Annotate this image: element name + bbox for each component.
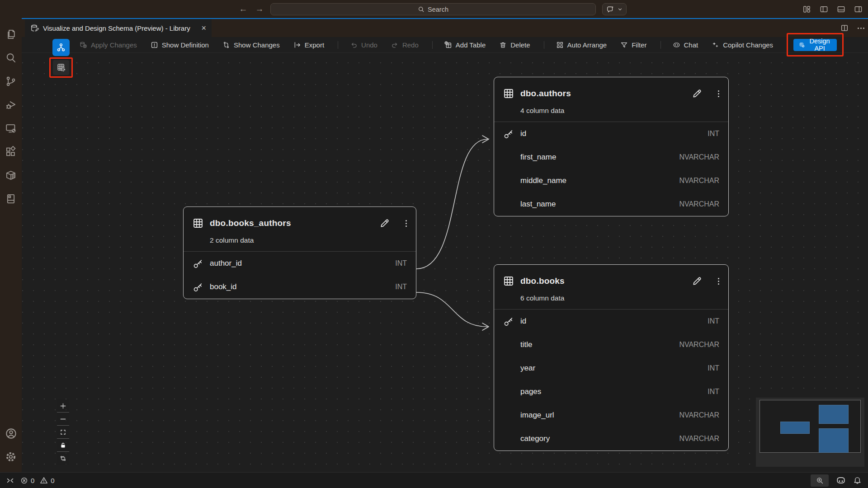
redo-icon (391, 41, 399, 49)
toggle-secondary-sidebar-icon[interactable] (854, 5, 863, 14)
no-key-placeholder (503, 410, 514, 420)
toolbar-item-label: Copilot Changes (723, 41, 773, 49)
edit-table-pencil-icon[interactable] (379, 218, 390, 229)
tab-close-icon[interactable]: × (201, 24, 206, 32)
split-editor-icon[interactable] (840, 24, 849, 32)
apply-changes-icon (80, 41, 87, 49)
edit-table-pencil-icon[interactable] (692, 276, 703, 286)
column-type: INT (708, 388, 719, 396)
source-control-icon[interactable] (0, 70, 22, 93)
table-menu-kebab-icon[interactable] (718, 278, 719, 285)
table-name: dbo.authors (520, 89, 571, 99)
column-row[interactable]: author_id INT (184, 252, 416, 275)
refresh-layout-button[interactable] (57, 452, 69, 465)
navigate-forward-button[interactable]: → (253, 3, 266, 15)
problems-status[interactable]: 0 0 (20, 476, 55, 484)
canvas-minimap[interactable] (756, 398, 864, 467)
customize-layout-icon[interactable] (802, 5, 811, 14)
toolbar-chat-button[interactable]: Chat (673, 41, 698, 49)
schema-canvas[interactable]: dbo.books_authors 2 column data author_i… (22, 53, 868, 472)
chevron-down-icon (618, 7, 623, 12)
lock-canvas-button[interactable] (57, 439, 69, 451)
accounts-icon[interactable] (0, 422, 22, 445)
column-row[interactable]: first_name NVARCHAR (494, 145, 728, 169)
column-type: INT (395, 259, 407, 267)
titlebar: ← → Search (0, 0, 868, 18)
toolbar-auto-arrange-button[interactable]: Auto Arrange (556, 41, 607, 49)
containers-icon[interactable] (0, 164, 22, 187)
toolbar-item-label: Redo (402, 41, 419, 49)
column-row[interactable]: title NVARCHAR (494, 333, 728, 357)
column-row[interactable]: year INT (494, 357, 728, 380)
command-center-search[interactable]: Search (270, 3, 596, 15)
copilot-chat-button[interactable] (602, 3, 627, 15)
table-menu-kebab-icon[interactable] (406, 220, 407, 227)
no-key-placeholder (503, 363, 514, 373)
fk-connector-books (416, 292, 487, 327)
settings-gear-icon[interactable] (0, 445, 22, 469)
search-icon (418, 6, 425, 13)
more-actions-icon[interactable] (858, 28, 864, 29)
schema-visualization-button[interactable] (52, 39, 70, 56)
zoom-out-button[interactable] (57, 413, 69, 425)
extensions-icon[interactable] (0, 140, 22, 164)
column-row[interactable]: pages INT (494, 380, 728, 404)
explorer-icon[interactable] (0, 23, 22, 46)
column-name: last_name (520, 200, 679, 209)
column-row[interactable]: book_id INT (184, 275, 416, 299)
column-row[interactable]: category NVARCHAR (494, 427, 728, 450)
toolbar-copilot-changes-button[interactable]: Copilot Changes (712, 41, 773, 49)
toolbar-show-definition-button[interactable]: Show Definition (151, 41, 209, 49)
navigate-back-button[interactable]: ← (237, 3, 250, 15)
database-projects-icon[interactable] (0, 187, 22, 211)
auto-arrange-icon (556, 41, 564, 49)
column-row[interactable]: middle_name NVARCHAR (494, 169, 728, 192)
column-row[interactable]: image_url NVARCHAR (494, 404, 728, 427)
toggle-primary-sidebar-icon[interactable] (820, 5, 828, 14)
run-debug-icon[interactable] (0, 93, 22, 117)
column-type: INT (708, 130, 719, 138)
column-row[interactable]: id INT (494, 310, 728, 333)
remote-indicator-icon[interactable] (6, 477, 14, 484)
schema-designer-button[interactable] (53, 60, 69, 75)
zoom-status-button[interactable] (811, 474, 829, 487)
column-name: id (520, 317, 708, 326)
search-view-icon[interactable] (0, 46, 22, 70)
toolbar-add-table-button[interactable]: Add Table (444, 41, 486, 49)
edit-table-pencil-icon[interactable] (692, 88, 703, 99)
minimap-node-books-authors (780, 422, 810, 434)
table-card-dbo-books_authors[interactable]: dbo.books_authors 2 column data author_i… (183, 206, 416, 299)
table-card-dbo-authors[interactable]: dbo.authors 4 column data id INT first_n… (494, 77, 729, 216)
toolbar-filter-button[interactable]: Filter (620, 41, 646, 49)
toolbar-redo-button[interactable]: Redo (391, 41, 419, 49)
copilot-status-icon[interactable] (836, 475, 846, 485)
search-label: Search (428, 6, 448, 13)
column-name: category (520, 434, 679, 443)
table-card-dbo-books[interactable]: dbo.books 6 column data id INT title NVA… (494, 264, 729, 451)
toolbar-show-changes-button[interactable]: Show Changes (222, 41, 280, 49)
fit-to-screen-button[interactable] (57, 426, 69, 438)
zoom-in-button[interactable] (57, 399, 69, 412)
column-row[interactable]: last_name NVARCHAR (494, 192, 728, 216)
table-menu-kebab-icon[interactable] (718, 90, 719, 97)
remote-explorer-icon[interactable] (0, 117, 22, 140)
schema-side-tools (49, 39, 73, 78)
design-api-annotation-box: Design API (787, 33, 844, 56)
toolbar-export-button[interactable]: Export (293, 41, 324, 49)
primary-key-icon (503, 129, 514, 139)
toolbar-delete-button[interactable]: Delete (499, 41, 530, 49)
column-row[interactable]: id INT (494, 122, 728, 145)
column-type: INT (708, 317, 719, 325)
tab-visualize-design-schema[interactable]: Visualize and Design Schema (Preview) - … (25, 19, 212, 37)
toggle-panel-icon[interactable] (837, 5, 845, 14)
notifications-bell-icon[interactable] (853, 476, 862, 485)
warnings-icon (40, 476, 48, 484)
column-name: image_url (520, 411, 679, 420)
table-grid-icon (503, 276, 514, 286)
design-api-label: Design API (808, 38, 831, 52)
column-type: NVARCHAR (679, 411, 719, 419)
add-table-icon (444, 41, 452, 49)
toolbar-undo-button[interactable]: Undo (350, 41, 377, 49)
toolbar-apply-changes-button[interactable]: Apply Changes (80, 41, 137, 49)
design-api-button[interactable]: Design API (793, 39, 837, 51)
